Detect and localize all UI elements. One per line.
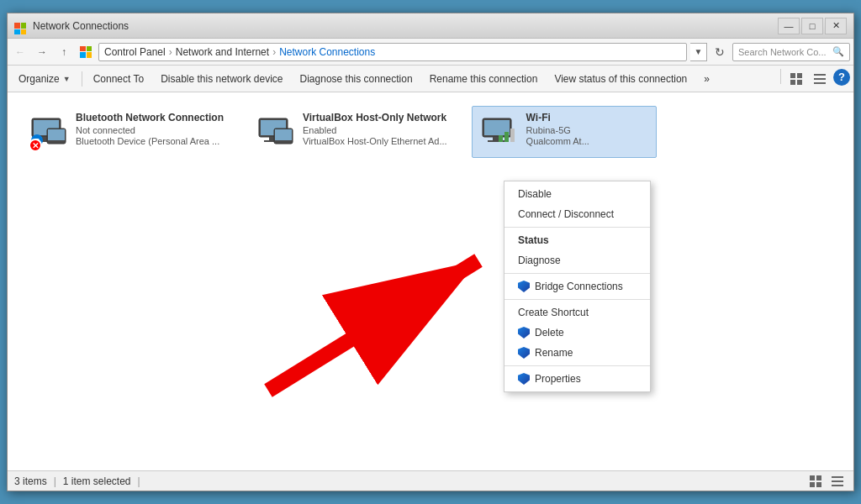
windows-logo-icon[interactable] [80,46,92,58]
refresh-button[interactable]: ↻ [710,43,729,61]
ctx-create-shortcut[interactable]: Create Shortcut [504,302,650,323]
svg-rect-24 [488,140,506,142]
content-area: B ✕ Bluetooth Network Connection Not con… [8,92,853,470]
diagnose-button[interactable]: Diagnose this connection [293,69,420,89]
properties-shield-icon [518,373,530,385]
back-button[interactable]: ← [11,43,29,61]
search-box[interactable]: Search Network Co... 🔍 [732,43,850,61]
window-title: Network Connections [33,20,778,32]
bluetooth-adapter: Bluetooth Device (Personal Area ... [76,136,224,146]
path-part-2: Network and Internet [176,46,269,58]
view-status-button[interactable]: View status of this connection [547,69,695,89]
item-count: 3 items [14,475,47,487]
organize-button[interactable]: Organize ▼ [11,69,78,89]
wifi-name: Wi-Fi [526,112,649,123]
organize-label: Organize [18,73,60,85]
connect-to-label: Connect To [93,73,145,85]
titlebar: Network Connections — □ ✕ [8,13,853,39]
up-button[interactable]: ↑ [55,43,73,61]
view-tiles-icon [790,72,803,86]
rename-button[interactable]: Rename this connection [422,69,546,89]
statusbar-view-toggle-1[interactable] [806,474,825,489]
ctx-properties[interactable]: Properties [504,369,650,389]
virtualbox-adapter: VirtualBox Host-Only Ethernet Ad... [303,136,447,146]
svg-rect-26 [504,132,509,142]
bluetooth-name: Bluetooth Network Connection [76,112,224,123]
forward-button[interactable]: → [33,43,51,61]
address-path[interactable]: Control Panel › Network and Internet › N… [98,43,687,61]
overflow-button[interactable]: » [696,69,717,89]
ctx-sep-1 [504,227,650,228]
ctx-delete[interactable]: Delete [504,323,650,343]
ctx-properties-label: Properties [535,373,581,385]
svg-rect-3 [797,80,802,85]
close-button[interactable]: ✕ [825,18,847,34]
wifi-icon [479,112,520,152]
svg-rect-34 [832,476,843,478]
virtualbox-info: VirtualBox Host-Only Network Enabled Vir… [303,112,447,146]
bluetooth-info: Bluetooth Network Connection Not connect… [76,112,224,146]
list-view-icon [810,475,821,487]
svg-rect-0 [790,73,795,78]
virtualbox-status: Enabled [303,125,447,135]
ctx-rename-label: Rename [535,347,573,359]
path-sep-1: › [169,46,172,58]
wifi-status: Rubina-5G [526,125,649,135]
path-part-1: Control Panel [104,46,166,58]
window-icon [14,19,28,33]
minimize-button[interactable]: — [778,18,800,34]
virtualbox-name: VirtualBox Host-Only Network [303,112,447,123]
search-placeholder: Search Network Co... [738,47,827,57]
delete-shield-icon [518,327,530,339]
svg-line-29 [268,260,478,391]
disable-button[interactable]: Disable this network device [153,69,290,89]
svg-rect-6 [814,82,826,84]
ctx-connect-disconnect-label: Connect / Disconnect [518,208,614,220]
ctx-sep-4 [504,365,650,366]
details-view-small-icon [832,475,843,487]
connect-to-button[interactable]: Connect To [86,69,152,89]
view-icon-button[interactable] [786,69,806,89]
titlebar-buttons: — □ ✕ [778,18,847,34]
statusbar-view-toggle-2[interactable] [828,474,847,489]
organize-chevron-icon: ▼ [63,75,71,83]
svg-rect-36 [832,485,843,486]
ctx-diagnose[interactable]: Diagnose [504,250,650,270]
ctx-status-label: Status [518,234,549,246]
maximize-button[interactable]: □ [801,18,823,34]
ctx-connect-disconnect[interactable]: Connect / Disconnect [504,204,650,224]
error-badge: ✕ [29,139,42,152]
toolbar-sep-1 [82,71,82,87]
ctx-status[interactable]: Status [504,230,650,250]
network-items-container: B ✕ Bluetooth Network Connection Not con… [21,106,840,158]
view-status-label: View status of this connection [554,73,687,85]
path-sep-2: › [272,46,276,58]
wifi-network-item[interactable]: Wi-Fi Rubina-5G Qualcomm At... [472,106,657,158]
details-view-button[interactable] [810,69,830,89]
svg-rect-27 [510,129,515,142]
svg-rect-25 [499,135,503,142]
bluetooth-status: Not connected [76,125,224,135]
ctx-sep-2 [504,273,650,274]
overflow-label: » [704,73,710,85]
network-connections-window: Network Connections — □ ✕ ← → ↑ Control … [7,13,854,491]
address-dropdown-button[interactable]: ▼ [690,43,707,61]
virtualbox-network-item[interactable]: VirtualBox Host-Only Network Enabled Vir… [248,106,455,158]
details-view-icon [813,72,827,86]
rename-shield-icon [518,347,530,359]
svg-rect-30 [810,475,815,480]
svg-rect-5 [814,78,826,80]
ctx-bridge[interactable]: Bridge Connections [504,276,650,297]
selected-count: 1 item selected [63,475,131,487]
ctx-rename[interactable]: Rename [504,343,650,363]
statusbar-sep-2: | [138,475,140,487]
bluetooth-network-item[interactable]: B ✕ Bluetooth Network Connection Not con… [21,106,231,158]
ctx-sep-3 [504,299,650,300]
bridge-shield-icon [518,281,530,292]
ctx-diagnose-label: Diagnose [518,255,561,266]
ctx-disable[interactable]: Disable [504,184,650,204]
help-button[interactable]: ? [833,69,850,86]
toolbar-right: ? [779,69,850,89]
search-icon: 🔍 [832,46,844,57]
wifi-adapter: Qualcomm At... [526,136,649,146]
